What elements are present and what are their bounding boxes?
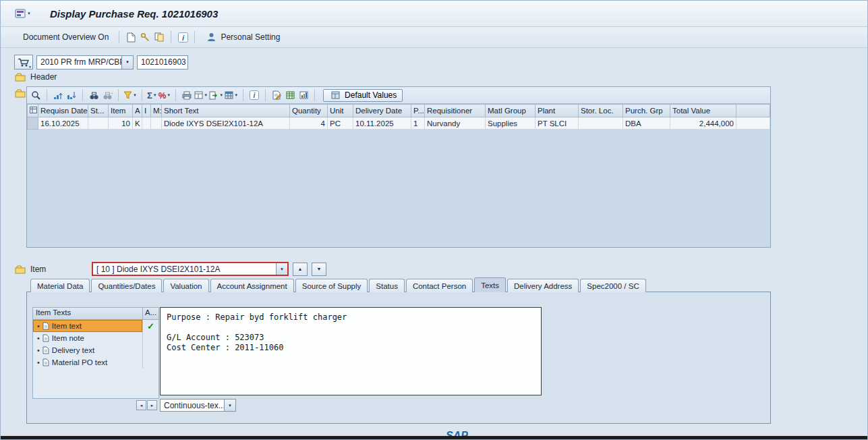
create-document-icon[interactable] bbox=[125, 31, 137, 43]
application-toolbar: Document Overview On i Personal Setting bbox=[1, 27, 867, 48]
column-header[interactable]: Total Value bbox=[670, 105, 736, 117]
cell-requisitioner[interactable]: Nurvandy bbox=[425, 117, 486, 130]
tab-status[interactable]: Status bbox=[369, 279, 405, 292]
cell-m[interactable] bbox=[151, 117, 162, 130]
expand-header-tray-icon[interactable] bbox=[14, 71, 26, 83]
print-icon[interactable] bbox=[181, 89, 193, 101]
text-format-dropdown-icon[interactable]: ▼ bbox=[224, 400, 235, 411]
column-header[interactable]: Requisn Date bbox=[38, 105, 88, 117]
cell-matl-group[interactable]: Supplies bbox=[486, 117, 536, 130]
previous-item-button[interactable]: ▲ bbox=[293, 263, 308, 276]
column-header[interactable]: Stor. Loc. bbox=[579, 105, 623, 117]
cell-stor-loc[interactable] bbox=[579, 117, 623, 130]
header-section-row: Header bbox=[14, 71, 57, 83]
default-values-button[interactable]: Default Values bbox=[323, 89, 403, 102]
cell-purch-grp[interactable]: DBA bbox=[623, 117, 670, 130]
column-header[interactable]: Item bbox=[109, 105, 133, 117]
transaction-icon[interactable] bbox=[14, 7, 26, 20]
find-icon[interactable] bbox=[30, 89, 42, 101]
tab-source-of-supply[interactable]: Source of Supply bbox=[295, 279, 368, 292]
filter-icon[interactable]: ▼ bbox=[123, 91, 137, 99]
column-header[interactable]: Plant bbox=[536, 105, 579, 117]
graphic-icon[interactable] bbox=[297, 89, 310, 101]
cell-short-text[interactable]: Diode IXYS DSEI2X101-12A bbox=[162, 117, 290, 130]
shopping-cart-button[interactable]: ▼ bbox=[14, 55, 33, 70]
default-values-icon bbox=[329, 89, 341, 101]
text-type-item-note[interactable]: • Item note bbox=[33, 332, 158, 344]
details-info-icon[interactable]: i bbox=[248, 89, 260, 101]
cell-i[interactable] bbox=[142, 117, 151, 130]
sort-ascending-icon[interactable] bbox=[52, 89, 64, 101]
sum-icon[interactable]: Σ▼ bbox=[147, 91, 157, 100]
search-next-icon[interactable]: + bbox=[101, 89, 113, 101]
info-icon[interactable]: i bbox=[177, 31, 189, 43]
tab-contact-person[interactable]: Contact Person bbox=[406, 279, 473, 292]
copy-document-icon[interactable] bbox=[153, 31, 165, 43]
subtotal-icon[interactable]: %▼ bbox=[158, 91, 171, 100]
column-header[interactable]: Short Text bbox=[162, 105, 290, 117]
tab-quantities-dates[interactable]: Quantities/Dates bbox=[91, 279, 162, 292]
views-icon[interactable]: ▼ bbox=[194, 91, 208, 99]
layout-settings-icon[interactable]: ▼ bbox=[225, 91, 238, 99]
collapse-item-tray-icon[interactable] bbox=[14, 263, 26, 275]
title-menu-dropdown-icon[interactable]: ▼ bbox=[27, 11, 31, 16]
column-header[interactable]: Requisitioner bbox=[425, 105, 486, 117]
tab-material-data[interactable]: Material Data bbox=[30, 279, 90, 292]
bullet-icon: • bbox=[37, 322, 40, 330]
separator bbox=[119, 31, 119, 43]
cell-total-value[interactable]: 2,444,000 bbox=[670, 117, 736, 130]
scroll-left-button[interactable]: ◄ bbox=[136, 400, 146, 410]
cell-requisn-date[interactable]: 16.10.2025 bbox=[38, 117, 88, 130]
separator bbox=[171, 31, 171, 43]
text-type-item-text[interactable]: • Item text ✓ bbox=[33, 320, 158, 332]
personal-setting-button[interactable]: Personal Setting bbox=[200, 29, 285, 45]
column-header[interactable]: Purch. Grp bbox=[623, 105, 670, 117]
cell-unit[interactable]: PC bbox=[328, 117, 353, 130]
cell-a[interactable]: K bbox=[133, 117, 142, 130]
document-type-select[interactable]: 2010 PR frm MRP/CBP ▼ bbox=[36, 55, 134, 70]
tab-texts[interactable]: Texts bbox=[474, 277, 506, 292]
cell-plant[interactable]: PT SLCI bbox=[536, 117, 579, 130]
sort-descending-icon[interactable] bbox=[65, 89, 78, 101]
collapse-grid-tray-icon[interactable] bbox=[14, 87, 26, 99]
document-overview-toggle-button[interactable]: Document Overview On bbox=[18, 30, 113, 44]
text-type-material-po-text[interactable]: • Material PO text bbox=[33, 356, 158, 368]
search-icon[interactable] bbox=[88, 89, 100, 101]
row-select-cell[interactable] bbox=[28, 117, 38, 130]
display-change-icon[interactable] bbox=[139, 31, 151, 43]
scroll-right-button[interactable]: ► bbox=[147, 400, 157, 410]
text-format-select[interactable]: Continuous-tex... ▼ bbox=[160, 399, 236, 412]
tab-account-assignment[interactable]: Account Assignment bbox=[210, 279, 294, 292]
cell-delivery-date[interactable]: 10.11.2025 bbox=[353, 117, 411, 130]
column-header[interactable]: A bbox=[133, 105, 142, 117]
table-row[interactable]: 16.10.2025 10 K Diode IXYS DSEI2X101-12A… bbox=[28, 117, 770, 130]
text-editor[interactable]: Purpose : Repair byd forklift charger G/… bbox=[160, 307, 542, 395]
spreadsheet-icon[interactable] bbox=[284, 89, 296, 101]
next-item-button[interactable]: ▼ bbox=[312, 263, 326, 276]
document-number-input[interactable]: 1021016903 bbox=[137, 55, 188, 70]
column-header[interactable]: Quantity bbox=[290, 105, 328, 117]
tab-spec2000-sc[interactable]: Spec2000 / SC bbox=[580, 279, 645, 292]
cell-item[interactable]: 10 bbox=[109, 117, 133, 130]
column-header[interactable]: P... bbox=[411, 105, 425, 117]
column-header[interactable]: M: bbox=[151, 105, 162, 117]
column-header[interactable]: St... bbox=[88, 105, 109, 117]
export-icon[interactable]: ▼ bbox=[209, 91, 223, 100]
text-type-delivery-text[interactable]: • Delivery text bbox=[33, 344, 158, 356]
cell-status[interactable] bbox=[88, 117, 109, 130]
column-header[interactable]: I bbox=[142, 105, 151, 117]
item-selector-dropdown-icon[interactable]: ▼ bbox=[276, 263, 287, 275]
document-type-dropdown-icon[interactable]: ▼ bbox=[121, 56, 133, 69]
word-processing-icon[interactable] bbox=[270, 89, 283, 101]
cell-p[interactable]: 1 bbox=[411, 117, 425, 130]
column-header[interactable]: Matl Group bbox=[486, 105, 536, 117]
column-header[interactable]: Delivery Date bbox=[353, 105, 411, 117]
select-all-cell[interactable] bbox=[28, 105, 38, 117]
tab-delivery-address[interactable]: Delivery Address bbox=[507, 279, 579, 292]
item-selector[interactable]: [ 10 ] Diode IXYS DSEI2X101-12A ▼ bbox=[92, 262, 289, 276]
text-document-icon bbox=[42, 322, 49, 330]
column-header[interactable]: Unit bbox=[328, 105, 353, 117]
cell-quantity[interactable]: 4 bbox=[290, 117, 328, 130]
tab-valuation[interactable]: Valuation bbox=[163, 279, 208, 292]
table-header-row: Requisn Date St... Item A I M: Short Tex… bbox=[28, 105, 770, 117]
